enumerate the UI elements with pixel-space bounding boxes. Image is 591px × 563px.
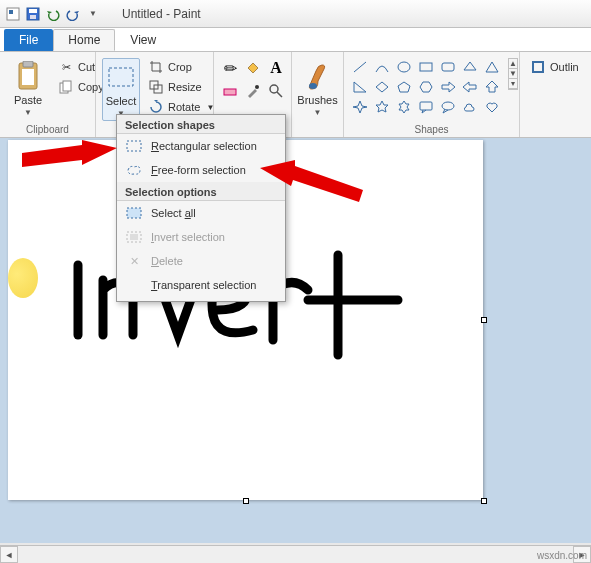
svg-marker-39	[260, 160, 363, 202]
color-picker-icon[interactable]	[243, 81, 263, 101]
pencil-icon[interactable]: ✏	[220, 58, 240, 78]
shape-callout-oval-icon[interactable]	[438, 98, 458, 116]
save-icon[interactable]	[24, 5, 42, 23]
shapes-scroll-down-icon[interactable]: ▼	[509, 69, 517, 79]
svg-rect-9	[63, 81, 71, 91]
svg-point-14	[255, 85, 259, 89]
svg-rect-31	[420, 102, 432, 110]
group-shapes: ▲ ▼ ▾ Shapes	[344, 52, 520, 137]
svg-marker-25	[376, 82, 388, 92]
scroll-left-icon[interactable]: ◄	[0, 546, 18, 563]
undo-icon[interactable]	[44, 5, 62, 23]
text-icon[interactable]: A	[266, 58, 286, 78]
shape-star5-icon[interactable]	[372, 98, 392, 116]
clipboard-icon	[12, 60, 44, 92]
select-all-icon	[125, 205, 143, 221]
svg-marker-24	[354, 82, 366, 92]
svg-marker-30	[399, 101, 409, 113]
resize-handle-bottom[interactable]	[243, 498, 249, 504]
copy-icon	[58, 79, 74, 95]
svg-rect-4	[30, 15, 36, 19]
ribbon: Paste ▼ ✂Cut Copy Clipboard Select ▼ Cro…	[0, 52, 591, 138]
chevron-down-icon: ▼	[24, 108, 32, 117]
fill-icon[interactable]	[243, 58, 263, 78]
dropdown-header-shapes: Selection shapes	[117, 115, 285, 134]
shape-line-icon[interactable]	[350, 58, 370, 76]
shape-hexagon-icon[interactable]	[416, 78, 436, 96]
shape-oval-icon[interactable]	[394, 58, 414, 76]
select-rect-icon	[125, 138, 143, 154]
window-title: Untitled - Paint	[122, 7, 201, 21]
shape-rect-icon[interactable]	[416, 58, 436, 76]
shape-arrowright-icon[interactable]	[438, 78, 458, 96]
select-rect-icon	[105, 61, 137, 93]
shape-pentagon-icon[interactable]	[394, 78, 414, 96]
group-clipboard: Paste ▼ ✂Cut Copy Clipboard	[0, 52, 96, 137]
shapes-scroll-up-icon[interactable]: ▲	[509, 59, 517, 69]
svg-rect-35	[127, 208, 141, 218]
svg-marker-29	[376, 101, 388, 112]
select-button[interactable]: Select ▼	[102, 58, 140, 121]
shape-polygon-icon[interactable]	[460, 58, 480, 76]
tab-view[interactable]: View	[115, 29, 171, 51]
chevron-down-icon: ▼	[314, 108, 322, 117]
shape-righttri-icon[interactable]	[350, 78, 370, 96]
svg-rect-21	[442, 63, 454, 71]
svg-marker-22	[464, 62, 476, 70]
svg-rect-13	[224, 89, 236, 95]
select-freeform-icon	[125, 162, 143, 178]
quick-access-toolbar: ▼	[4, 5, 102, 23]
shape-curve-icon[interactable]	[372, 58, 392, 76]
svg-rect-10	[109, 68, 133, 86]
scroll-track[interactable]	[18, 546, 573, 563]
tab-home[interactable]: Home	[53, 29, 115, 51]
menu-transparent-selection[interactable]: Transparent selection	[117, 273, 285, 297]
shape-arrowleft-icon[interactable]	[460, 78, 480, 96]
shape-triangle-icon[interactable]	[482, 58, 502, 76]
svg-marker-38	[22, 140, 117, 167]
redo-icon[interactable]	[64, 5, 82, 23]
outline-button[interactable]: Outlin	[526, 58, 583, 76]
shape-star4-icon[interactable]	[350, 98, 370, 116]
shape-callout-rect-icon[interactable]	[416, 98, 436, 116]
svg-rect-1	[9, 10, 13, 14]
app-icon[interactable]	[4, 5, 22, 23]
shapes-scrollbar[interactable]: ▲ ▼ ▾	[508, 58, 518, 90]
select-label: Select	[106, 95, 137, 107]
shape-roundrect-icon[interactable]	[438, 58, 458, 76]
svg-rect-3	[29, 9, 37, 13]
resize-handle-right[interactable]	[481, 317, 487, 323]
resize-icon	[148, 79, 164, 95]
menu-delete: ✕ Delete	[117, 249, 285, 273]
eraser-icon[interactable]	[220, 81, 240, 101]
shapes-expand-icon[interactable]: ▾	[509, 79, 517, 89]
crop-button[interactable]: Crop	[144, 58, 218, 76]
shape-diamond-icon[interactable]	[372, 78, 392, 96]
qat-dropdown-icon[interactable]: ▼	[84, 5, 102, 23]
magnifier-icon[interactable]	[266, 81, 286, 101]
shape-star6-icon[interactable]	[394, 98, 414, 116]
svg-rect-6	[23, 61, 33, 67]
brushes-button[interactable]: Brushes ▼	[291, 58, 343, 119]
svg-rect-20	[420, 63, 432, 71]
resize-handle-corner[interactable]	[481, 498, 487, 504]
svg-rect-7	[22, 69, 34, 85]
shape-callout-cloud-icon[interactable]	[460, 98, 480, 116]
menu-invert-selection: Invert selection	[117, 225, 285, 249]
tab-file[interactable]: File	[4, 29, 53, 51]
horizontal-scrollbar[interactable]: ◄ ►	[0, 545, 591, 563]
paste-button[interactable]: Paste ▼	[6, 58, 50, 119]
shapes-gallery[interactable]	[350, 58, 502, 116]
resize-button[interactable]: Resize	[144, 78, 218, 96]
svg-line-16	[277, 92, 282, 97]
svg-rect-34	[127, 141, 141, 151]
svg-marker-28	[353, 101, 367, 113]
shape-heart-icon[interactable]	[482, 98, 502, 116]
shape-arrowup-icon[interactable]	[482, 78, 502, 96]
transparent-selection-icon	[125, 277, 143, 293]
rotate-icon	[148, 99, 164, 115]
svg-point-15	[270, 85, 278, 93]
scissors-icon: ✂	[58, 59, 74, 75]
menu-rectangular-selection[interactable]: Rectangular selection	[117, 134, 285, 158]
brush-icon	[302, 60, 334, 92]
